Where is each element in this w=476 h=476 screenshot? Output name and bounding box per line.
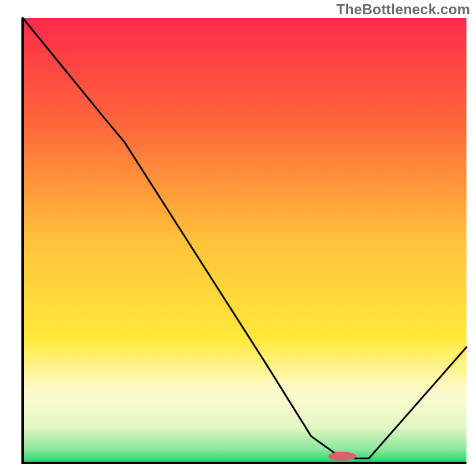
bottleneck-chart <box>0 0 476 476</box>
watermark-label: TheBottleneck.com <box>336 1 470 18</box>
chart-container: TheBottleneck.com <box>0 0 476 476</box>
optimal-marker <box>328 452 356 461</box>
plot-background <box>23 18 466 463</box>
